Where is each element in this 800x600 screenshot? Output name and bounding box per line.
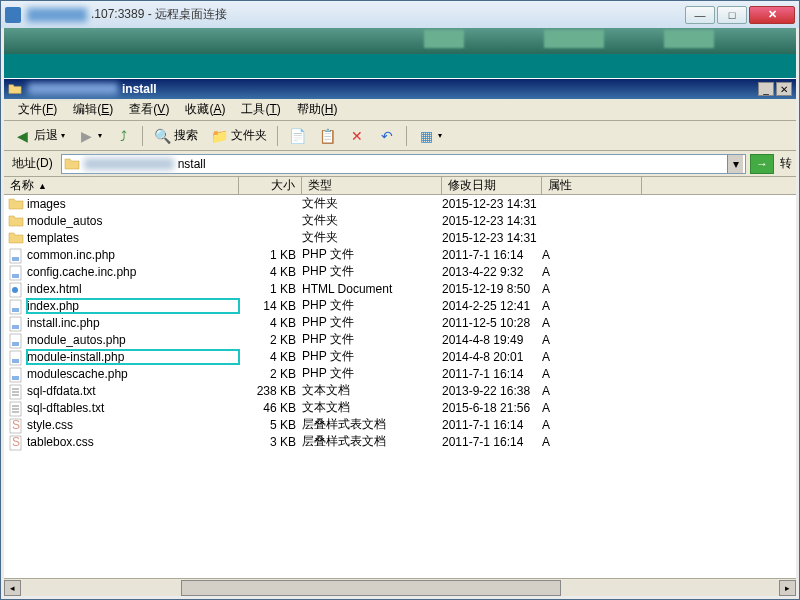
move-button[interactable]: 📄	[283, 124, 311, 148]
file-row[interactable]: module_autos.php2 KBPHP 文件2014-4-8 19:49…	[4, 331, 796, 348]
column-name[interactable]: 名称 ▲	[4, 177, 239, 194]
scroll-track[interactable]	[21, 580, 779, 596]
html-icon	[8, 282, 24, 296]
file-name: templates	[27, 231, 239, 245]
php-icon	[8, 316, 24, 330]
column-date[interactable]: 修改日期	[442, 177, 542, 194]
file-name: config.cache.inc.php	[27, 265, 239, 279]
file-type: 文本文档	[302, 399, 442, 416]
maximize-button[interactable]: □	[717, 6, 747, 24]
rdp-icon	[5, 7, 21, 23]
svg-rect-1	[12, 257, 19, 261]
file-row[interactable]: Sstyle.css5 KB层叠样式表文档2011-7-1 16:14A	[4, 416, 796, 433]
file-attr: A	[542, 282, 642, 296]
close-button[interactable]: ✕	[749, 6, 795, 24]
scroll-left-button[interactable]: ◂	[4, 580, 21, 596]
explorer-minimize-button[interactable]: _	[758, 82, 774, 96]
file-list[interactable]: images文件夹2015-12-23 14:31module_autos文件夹…	[4, 195, 796, 578]
forward-icon: ▶	[77, 127, 95, 145]
folders-label: 文件夹	[231, 127, 267, 144]
views-button[interactable]: ▦ ▾	[412, 124, 447, 148]
file-attr: A	[542, 299, 642, 313]
go-button[interactable]: →	[750, 154, 774, 174]
explorer-title: install	[122, 82, 157, 96]
file-row[interactable]: images文件夹2015-12-23 14:31	[4, 195, 796, 212]
column-type[interactable]: 类型	[302, 177, 442, 194]
file-date: 2013-9-22 16:38	[442, 384, 542, 398]
address-text: nstall	[178, 157, 723, 171]
column-attr[interactable]: 属性	[542, 177, 642, 194]
file-size: 2 KB	[239, 333, 302, 347]
file-type: PHP 文件	[302, 314, 442, 331]
file-size: 2 KB	[239, 367, 302, 381]
file-size: 3 KB	[239, 435, 302, 449]
folder-icon	[8, 231, 24, 245]
php-icon	[8, 367, 24, 381]
menu-h[interactable]: 帮助(H)	[289, 99, 346, 120]
file-row[interactable]: config.cache.inc.php4 KBPHP 文件2013-4-22 …	[4, 263, 796, 280]
up-button[interactable]: ⤴	[109, 124, 137, 148]
file-name: common.inc.php	[27, 248, 239, 262]
file-type: PHP 文件	[302, 348, 442, 365]
scroll-right-button[interactable]: ▸	[779, 580, 796, 596]
file-size: 46 KB	[239, 401, 302, 415]
undo-button[interactable]: ↶	[373, 124, 401, 148]
explorer-title-blur	[28, 83, 118, 95]
minimize-button[interactable]: —	[685, 6, 715, 24]
search-button[interactable]: 🔍 搜索	[148, 124, 203, 148]
menu-a[interactable]: 收藏(A)	[177, 99, 233, 120]
php-icon	[8, 265, 24, 279]
file-date: 2011-7-1 16:14	[442, 367, 542, 381]
file-name: module_autos.php	[27, 333, 239, 347]
file-row[interactable]: common.inc.php1 KBPHP 文件2011-7-1 16:14A	[4, 246, 796, 263]
file-attr: A	[542, 316, 642, 330]
menu-v[interactable]: 查看(V)	[121, 99, 177, 120]
file-row[interactable]: module_autos文件夹2015-12-23 14:31	[4, 212, 796, 229]
explorer-titlebar[interactable]: install _ ✕	[4, 79, 796, 99]
go-label: 转	[778, 155, 792, 172]
css-icon: S	[8, 418, 24, 432]
file-type: 层叠样式表文档	[302, 416, 442, 433]
file-size: 4 KB	[239, 316, 302, 330]
file-row[interactable]: templates文件夹2015-12-23 14:31	[4, 229, 796, 246]
file-row[interactable]: Stablebox.css3 KB层叠样式表文档2011-7-1 16:14A	[4, 433, 796, 450]
back-label: 后退	[34, 127, 58, 144]
address-input[interactable]: nstall ▾	[61, 154, 746, 174]
back-button[interactable]: ◀ 后退 ▾	[8, 124, 70, 148]
scroll-thumb[interactable]	[181, 580, 561, 596]
folder-icon	[64, 157, 80, 171]
forward-button[interactable]: ▶ ▾	[72, 124, 107, 148]
file-row[interactable]: index.html1 KBHTML Document2015-12-19 8:…	[4, 280, 796, 297]
file-date: 2015-6-18 21:56	[442, 401, 542, 415]
copy-button[interactable]: 📋	[313, 124, 341, 148]
file-date: 2011-7-1 16:14	[442, 248, 542, 262]
php-icon	[8, 350, 24, 364]
explorer-close-button[interactable]: ✕	[776, 82, 792, 96]
file-row[interactable]: modulescache.php2 KBPHP 文件2011-7-1 16:14…	[4, 365, 796, 382]
rdp-titlebar[interactable]: .107:3389 - 远程桌面连接 — □ ✕	[1, 1, 799, 28]
horizontal-scrollbar[interactable]: ◂ ▸	[4, 578, 796, 596]
file-type: 层叠样式表文档	[302, 433, 442, 450]
file-row[interactable]: index.php14 KBPHP 文件2014-2-25 12:41A	[4, 297, 796, 314]
delete-icon: ✕	[348, 127, 366, 145]
menu-t[interactable]: 工具(T)	[233, 99, 288, 120]
file-date: 2014-4-8 19:49	[442, 333, 542, 347]
file-date: 2013-4-22 9:32	[442, 265, 542, 279]
file-type: PHP 文件	[302, 297, 442, 314]
menu-e[interactable]: 编辑(E)	[65, 99, 121, 120]
rdp-title: .107:3389 - 远程桌面连接	[91, 6, 227, 23]
svg-rect-7	[12, 308, 19, 312]
file-row[interactable]: sql-dftables.txt46 KB文本文档2015-6-18 21:56…	[4, 399, 796, 416]
column-size[interactable]: 大小	[239, 177, 302, 194]
address-dropdown-button[interactable]: ▾	[727, 155, 743, 173]
sort-asc-icon: ▲	[38, 181, 47, 191]
file-row[interactable]: install.inc.php4 KBPHP 文件2011-12-5 10:28…	[4, 314, 796, 331]
delete-button[interactable]: ✕	[343, 124, 371, 148]
file-name: index.html	[27, 282, 239, 296]
menu-f[interactable]: 文件(F)	[10, 99, 65, 120]
file-row[interactable]: sql-dfdata.txt238 KB文本文档2013-9-22 16:38A	[4, 382, 796, 399]
file-row[interactable]: module-install.php4 KBPHP 文件2014-4-8 20:…	[4, 348, 796, 365]
file-size: 14 KB	[239, 299, 302, 313]
folders-button[interactable]: 📁 文件夹	[205, 124, 272, 148]
file-name: tablebox.css	[27, 435, 239, 449]
